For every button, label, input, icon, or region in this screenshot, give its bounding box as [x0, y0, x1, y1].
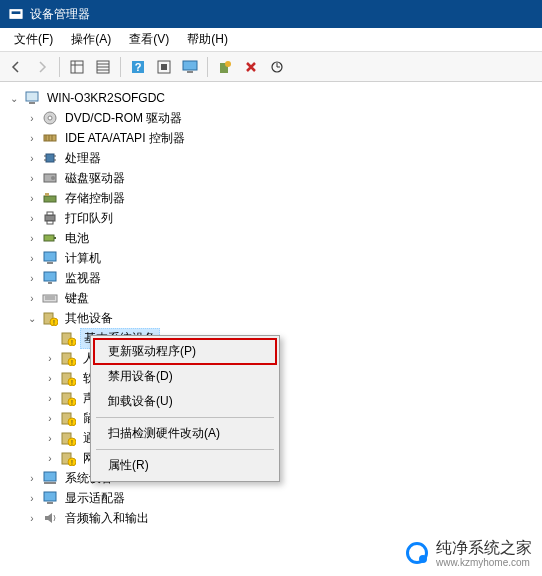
node-label: 存储控制器 [62, 189, 128, 208]
svg-rect-26 [46, 154, 54, 162]
expander-placeholder [44, 332, 56, 344]
svg-rect-71 [44, 472, 56, 481]
cm-disable-device[interactable]: 禁用设备(D) [94, 364, 276, 389]
watermark-brand: 纯净系统之家 [436, 539, 532, 556]
chevron-down-icon[interactable]: ⌄ [8, 92, 20, 104]
node-label: DVD/CD-ROM 驱动器 [62, 109, 185, 128]
unknown-icon: ! [60, 370, 76, 386]
svg-rect-1 [12, 11, 21, 14]
logo-icon [406, 542, 428, 564]
computer-icon [24, 90, 40, 106]
forward-button[interactable] [30, 55, 54, 79]
separator [59, 57, 60, 77]
chevron-right-icon: › [44, 372, 56, 384]
app-icon [8, 6, 24, 22]
root-label: WIN-O3KR2SOFGDC [44, 90, 168, 106]
chevron-right-icon: › [44, 392, 56, 404]
unknown-icon: ! [60, 390, 76, 406]
scan-icon[interactable] [265, 55, 289, 79]
tree-node[interactable]: ›打印队列 [26, 208, 538, 228]
audio-icon [42, 510, 58, 526]
system-icon [42, 470, 58, 486]
svg-text:!: ! [71, 399, 73, 406]
svg-rect-42 [44, 272, 56, 281]
battery-icon [42, 230, 58, 246]
svg-rect-38 [44, 235, 54, 241]
node-label: 磁盘驱动器 [62, 169, 128, 188]
update-driver-icon[interactable] [213, 55, 237, 79]
unknown-icon: ! [60, 450, 76, 466]
separator [207, 57, 208, 77]
node-label: 其他设备 [62, 309, 116, 328]
toolbar-btn-4[interactable] [152, 55, 176, 79]
help-icon[interactable]: ? [126, 55, 150, 79]
display-icon [42, 490, 58, 506]
tree-node[interactable]: ›监视器 [26, 268, 538, 288]
svg-rect-36 [47, 212, 53, 215]
node-label: 打印队列 [62, 209, 116, 228]
tree-node[interactable]: ›键盘 [26, 288, 538, 308]
svg-text:!: ! [71, 419, 73, 426]
cm-update-driver[interactable]: 更新驱动程序(P) [94, 339, 276, 364]
chevron-right-icon: › [44, 412, 56, 424]
monitor-icon [42, 270, 58, 286]
cm-properties[interactable]: 属性(R) [94, 453, 276, 478]
node-label: 处理器 [62, 149, 104, 168]
tree-node[interactable]: ›IDE ATA/ATAPI 控制器 [26, 128, 538, 148]
svg-rect-19 [29, 102, 35, 104]
delete-icon[interactable] [239, 55, 263, 79]
tree-node[interactable]: ›处理器 [26, 148, 538, 168]
svg-text:!: ! [53, 319, 55, 326]
toolbar-btn-1[interactable] [65, 55, 89, 79]
svg-point-21 [48, 116, 52, 120]
svg-rect-18 [26, 92, 38, 101]
unknown-icon: ! [60, 330, 76, 346]
node-label: IDE ATA/ATAPI 控制器 [62, 129, 188, 148]
svg-rect-74 [47, 502, 53, 504]
menu-file[interactable]: 文件(F) [6, 29, 61, 50]
chevron-right-icon: › [44, 452, 56, 464]
window-title: 设备管理器 [30, 6, 90, 23]
computer-icon [42, 250, 58, 266]
monitor-icon[interactable] [178, 55, 202, 79]
cm-scan-hardware[interactable]: 扫描检测硬件改动(A) [94, 421, 276, 446]
node-label: 监视器 [62, 269, 104, 288]
chevron-right-icon: › [26, 132, 38, 144]
disc-icon [42, 110, 58, 126]
tree-node[interactable]: ›显示适配器 [26, 488, 538, 508]
menu-action[interactable]: 操作(A) [63, 29, 119, 50]
node-label: 音频输入和输出 [62, 509, 152, 528]
unknown-icon: ! [60, 350, 76, 366]
svg-rect-41 [47, 262, 53, 264]
unknown-icon: ! [60, 410, 76, 426]
cm-uninstall-device[interactable]: 卸载设备(U) [94, 389, 276, 414]
toolbar: ? [0, 52, 542, 82]
svg-rect-13 [183, 61, 197, 70]
tree-root-node[interactable]: ⌄ WIN-O3KR2SOFGDC [8, 88, 538, 108]
tree-node-other-devices[interactable]: ⌄!其他设备 [26, 308, 538, 328]
node-label: 计算机 [62, 249, 104, 268]
svg-rect-37 [47, 221, 53, 224]
svg-rect-14 [187, 71, 193, 73]
tree-node[interactable]: ›电池 [26, 228, 538, 248]
keyboard-icon [42, 290, 58, 306]
ide-icon [42, 130, 58, 146]
chevron-down-icon[interactable]: ⌄ [26, 312, 38, 324]
chevron-right-icon: › [44, 352, 56, 364]
tree-node[interactable]: ›计算机 [26, 248, 538, 268]
svg-text:!: ! [71, 379, 73, 386]
tree-node[interactable]: ›音频输入和输出 [26, 508, 538, 528]
back-button[interactable] [4, 55, 28, 79]
unknown-icon: ! [60, 430, 76, 446]
tree-node[interactable]: ›DVD/CD-ROM 驱动器 [26, 108, 538, 128]
svg-rect-12 [161, 64, 167, 70]
chevron-right-icon: › [26, 272, 38, 284]
tree-node[interactable]: ›存储控制器 [26, 188, 538, 208]
menu-help[interactable]: 帮助(H) [179, 29, 236, 50]
toolbar-btn-2[interactable] [91, 55, 115, 79]
menu-view[interactable]: 查看(V) [121, 29, 177, 50]
chevron-right-icon: › [26, 492, 38, 504]
chevron-right-icon: › [26, 472, 38, 484]
svg-rect-33 [44, 196, 56, 202]
tree-node[interactable]: ›磁盘驱动器 [26, 168, 538, 188]
